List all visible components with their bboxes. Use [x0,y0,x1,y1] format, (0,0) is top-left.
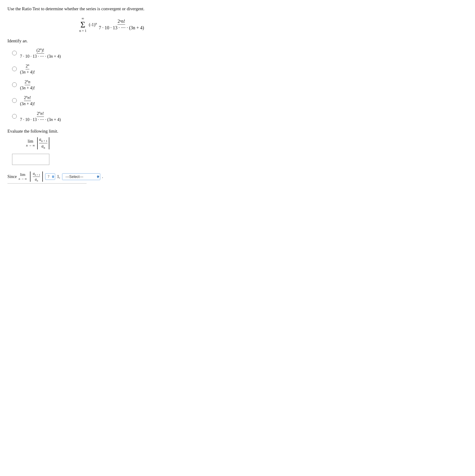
radio-2[interactable] [12,67,17,71]
sigma-sup: ∞ [82,17,84,20]
since-label: Since [7,174,17,179]
choice-2-den: (3n + 4)! [20,69,35,75]
lim-den: an [41,143,45,150]
identify-label: Identify an. [7,38,202,44]
choice-row-4: 2nn! (3n + 4)! [12,95,202,106]
choice-5-den: 7 · 10 · 13 · ···· · (3n + 4) [20,117,61,122]
choice-2-num: 2n [26,63,29,69]
lim-sub: n → ∞ [26,144,35,148]
since-row: Since lim n → ∞ an + 1 an ? 1, ---Select… [7,171,202,182]
choice-fraction-2: 2n (3n + 4)! [20,63,35,75]
choice-5-num: 2nn! [37,111,44,117]
choice-row-5: 2nn! 7 · 10 · 13 · ···· · (3n + 4) [12,111,202,122]
choice-fraction-5: 2nn! 7 · 10 · 13 · ···· · (3n + 4) [20,111,61,122]
lim-formula: lim n → ∞ an + 1 an [26,137,202,150]
series-formula: ∞ Σ n = 1 (-1)n 2ⁿn! 7 · 10 · 13 · ···· … [21,17,202,33]
abs-bar-right [49,137,49,149]
choice-4-den: (3n + 4)! [20,101,35,106]
answer-input-box[interactable] [12,154,49,165]
radio-3[interactable] [12,82,17,87]
bottom-underline [7,183,86,184]
spinner-arrows[interactable] [52,175,54,178]
choice-row-1: (2n)! 7 · 10 · 13 · ···· · (3n + 4) [12,47,202,59]
evaluate-label: Evaluate the following limit. [7,129,202,134]
choices-list: (2n)! 7 · 10 · 13 · ···· · (3n + 4) 2n (… [12,47,202,122]
radio-4[interactable] [12,98,17,103]
choice-row-2: 2n (3n + 4)! [12,63,202,75]
since-lim-sub: n → ∞ [19,177,27,181]
since-value: 1, [57,174,60,179]
question-text: Use the Ratio Test to determine whether … [7,6,202,12]
choice-3-den: (3n + 4)! [20,85,35,90]
since-abs-left [30,171,31,182]
select-wrapper[interactable]: ---Select--- converges diverges is incon… [62,173,100,180]
choice-4-num: 2nn! [24,95,31,101]
evaluate-section: Evaluate the following limit. lim n → ∞ … [7,129,202,165]
choice-fraction-1: (2n)! 7 · 10 · 13 · ···· · (3n + 4) [20,47,61,59]
choice-1-num: (2n)! [36,47,44,53]
since-fraction: an + 1 an [33,171,40,182]
lim-block: lim n → ∞ [26,139,35,148]
lim-text: lim [28,139,33,144]
choice-3-num: 2nn [25,79,31,85]
since-lim-text: lim [20,172,25,177]
sigma-symbol: Σ [81,20,85,29]
lim-fraction: an + 1 an [39,137,48,150]
series-numerator: 2ⁿn! [118,19,125,25]
spinner-up-arrow[interactable] [52,175,54,177]
since-lim-block: lim n → ∞ [19,172,27,181]
radio-5[interactable] [12,114,17,119]
sigma-block: ∞ Σ n = 1 [79,17,86,33]
series-sign: (-1)n [89,22,97,27]
comparison-spinner-wrapper[interactable]: ? [45,173,55,180]
since-abs-right [42,171,43,182]
series-denominator: 7 · 10 · 13 · ···· · (3n + 4) [99,25,144,31]
series-fraction: 2ⁿn! 7 · 10 · 13 · ···· · (3n + 4) [99,19,144,31]
abs-bar-left [37,137,38,149]
spinner-down-arrow[interactable] [52,177,54,178]
sigma-sub: n = 1 [79,29,86,33]
radio-1[interactable] [12,51,17,55]
choice-1-den: 7 · 10 · 13 · ···· · (3n + 4) [20,53,61,59]
choice-fraction-3: 2nn (3n + 4)! [20,79,35,90]
conclusion-select[interactable]: ---Select--- converges diverges is incon… [62,173,100,180]
lim-num: an + 1 [39,137,48,144]
period: . [102,174,103,179]
since-den: an [35,177,38,182]
choice-row-3: 2nn (3n + 4)! [12,79,202,90]
choice-fraction-4: 2nn! (3n + 4)! [20,95,35,106]
since-num: an + 1 [33,171,40,177]
